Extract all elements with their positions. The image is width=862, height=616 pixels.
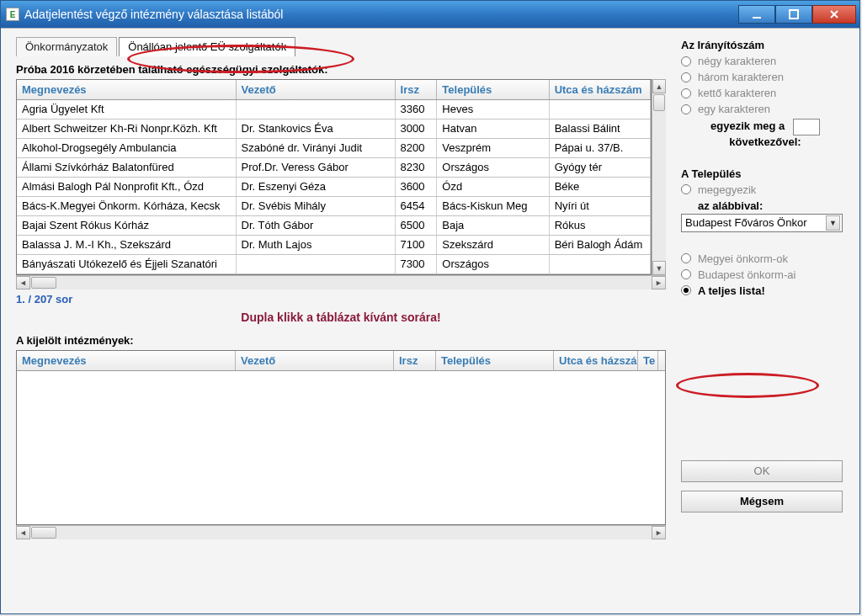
col-header-name[interactable]: Megnevezés <box>17 80 237 99</box>
radio-label: egy karakteren <box>698 103 770 115</box>
sel-col-header-name[interactable]: Megnevezés <box>17 351 236 370</box>
maximize-button[interactable] <box>775 5 812 24</box>
town-dropdown[interactable]: Budapest Főváros Önkor ▼ <box>681 214 843 232</box>
cancel-button[interactable]: Mégsem <box>681 491 843 512</box>
providers-grid[interactable]: Megnevezés Vezető Irsz Település Utca és… <box>16 79 652 275</box>
client-area: Önkormányzatok Önállóan jelentő EÜ szolg… <box>1 28 859 613</box>
cell-lead: Prof.Dr. Veress Gábor <box>237 158 396 177</box>
sel-scroll-left-icon[interactable]: ◄ <box>16 526 30 539</box>
chevron-down-icon[interactable]: ▼ <box>826 215 840 231</box>
table-row[interactable]: Bányászati Utókezelő és Éjjeli Szanatóri… <box>17 255 651 274</box>
radio-label: megegyezik <box>698 183 756 196</box>
radio-label: négy karakteren <box>698 55 776 67</box>
radio-zip-2[interactable]: kettő karakteren <box>681 87 849 99</box>
cell-zip: 7100 <box>396 236 438 254</box>
scroll-up-icon[interactable]: ▲ <box>652 79 666 93</box>
table-row[interactable]: Albert Schweitzer Kh-Ri Nonpr.Közh. KftD… <box>17 119 651 139</box>
sel-hscroll-track[interactable] <box>30 526 652 539</box>
sel-col-header-town[interactable]: Település <box>436 351 554 370</box>
table-row[interactable]: Állami Szívkórház BalatonfüredProf.Dr. V… <box>17 158 651 178</box>
radio-label: Megyei önkorm-ok <box>698 252 788 265</box>
cell-town: Heves <box>437 100 549 119</box>
sel-hscroll-thumb[interactable] <box>31 527 56 539</box>
scroll-down-icon[interactable]: ▼ <box>652 261 666 275</box>
providers-grid-body: Agria Ügyelet Kft3360HevesAlbert Schweit… <box>17 100 651 274</box>
svg-rect-1 <box>790 10 798 19</box>
radio-zip-3[interactable]: három karakteren <box>681 71 849 83</box>
zip-group-title: Az Irányítószám <box>681 39 849 51</box>
cell-zip: 3000 <box>396 119 438 138</box>
cell-street: Balassi Bálint <box>550 119 651 138</box>
col-header-lead[interactable]: Vezető <box>237 80 396 99</box>
cell-lead: Dr. Muth Lajos <box>237 236 396 254</box>
cell-town: Hatvan <box>437 119 549 138</box>
cell-lead: Dr. Svébis Mihály <box>237 197 396 215</box>
radio-town-match[interactable]: megegyezik <box>681 183 849 196</box>
cell-town: Szekszárd <box>437 236 549 254</box>
table-row[interactable]: Bács-K.Megyei Önkorm. Kórháza, KecskDr. … <box>17 197 651 216</box>
cell-name: Almási Balogh Pál Nonprofit Kft., Ózd <box>17 178 237 196</box>
double-click-hint: Dupla klikk a táblázat kívánt sorára! <box>16 311 666 324</box>
dialog-window: E Adatjelentést végző intézmény választá… <box>0 0 860 614</box>
cell-town: Veszprém <box>437 139 549 157</box>
cell-town: Országos <box>437 255 549 273</box>
selected-hscrollbar[interactable]: ◄ ► <box>16 525 666 539</box>
table-row[interactable]: Agria Ügyelet Kft3360Heves <box>17 100 651 119</box>
radio-label: A teljes lista! <box>698 284 765 297</box>
radio-icon <box>681 253 691 263</box>
col-header-town[interactable]: Település <box>437 80 549 99</box>
scroll-thumb[interactable] <box>653 94 665 111</box>
providers-grid-wrap: Megnevezés Vezető Irsz Település Utca és… <box>16 79 666 275</box>
providers-hscrollbar[interactable]: ◄ ► <box>16 275 666 289</box>
table-row[interactable]: Alkohol-Drogsegély AmbulanciaSzabóné dr.… <box>17 139 651 158</box>
app-icon: E <box>6 8 19 21</box>
town-group-title: A Település <box>681 167 849 180</box>
sel-col-header-zip[interactable]: Irsz <box>394 351 436 370</box>
close-button[interactable] <box>812 5 856 24</box>
radio-label: kettő karakteren <box>698 87 776 99</box>
selected-grid[interactable]: Megnevezés Vezető Irsz Település Utca és… <box>16 350 666 525</box>
radio-zip-4[interactable]: négy karakteren <box>681 55 849 67</box>
radio-zip-1[interactable]: egy karakteren <box>681 103 849 115</box>
hscroll-thumb[interactable] <box>31 277 56 289</box>
minimize-button[interactable] <box>738 5 775 24</box>
cell-name: Alkohol-Drogsegély Ambulancia <box>17 139 237 157</box>
ok-button[interactable]: OK <box>681 460 843 482</box>
zip-match-input[interactable] <box>793 119 820 135</box>
left-pane: Önkormányzatok Önállóan jelentő EÜ szolg… <box>16 37 666 605</box>
col-header-street[interactable]: Utca és házszám <box>550 80 651 99</box>
tab-eu-szolgaltatok[interactable]: Önállóan jelentő EÜ szolgáltatók <box>119 37 295 56</box>
cell-lead: Dr. Stankovics Éva <box>237 119 396 138</box>
table-row[interactable]: Balassa J. M.-I Kh., SzekszárdDr. Muth L… <box>17 236 651 255</box>
radio-budapest[interactable]: Budapest önkorm-ai <box>681 268 849 281</box>
scroll-right-icon[interactable]: ► <box>652 276 666 289</box>
cell-town: Országos <box>437 158 549 177</box>
col-header-zip[interactable]: Irsz <box>396 80 438 99</box>
radio-all-list[interactable]: A teljes lista! <box>681 284 849 297</box>
cell-zip: 3360 <box>396 100 438 119</box>
cell-lead: Dr. Tóth Gábor <box>237 216 396 235</box>
table-row[interactable]: Bajai Szent Rókus KórházDr. Tóth Gábor65… <box>17 216 651 236</box>
cell-name: Balassa J. M.-I Kh., Szekszárd <box>17 236 237 254</box>
sel-col-header-street[interactable]: Utca és házszám <box>554 351 638 370</box>
sel-col-header-te[interactable]: Te <box>638 351 658 370</box>
providers-vscrollbar[interactable]: ▲ ▼ <box>652 79 666 275</box>
window-buttons <box>738 5 856 24</box>
sel-scroll-right-icon[interactable]: ► <box>652 526 666 539</box>
tab-onkormanyzatok[interactable]: Önkormányzatok <box>16 37 117 56</box>
scroll-left-icon[interactable]: ◄ <box>16 276 30 289</box>
tab-row: Önkormányzatok Önállóan jelentő EÜ szolg… <box>16 37 666 56</box>
hscroll-track[interactable] <box>30 276 652 289</box>
cell-town: Baja <box>437 216 549 235</box>
titlebar: E Adatjelentést végző intézmény választá… <box>1 1 859 28</box>
window-title: Adatjelentést végző intézmény választása… <box>24 8 738 21</box>
radio-megyei[interactable]: Megyei önkorm-ok <box>681 252 849 265</box>
cell-lead: Szabóné dr. Virányi Judit <box>237 139 396 157</box>
right-pane: Az Irányítószám négy karakteren három ka… <box>666 37 849 605</box>
cell-name: Albert Schweitzer Kh-Ri Nonpr.Közh. Kft <box>17 119 237 138</box>
radio-icon <box>681 56 691 66</box>
radio-label: Budapest önkorm-ai <box>698 268 795 281</box>
sel-col-header-lead[interactable]: Vezető <box>236 351 394 370</box>
match-label: egyezik meg a következővel: <box>681 119 849 149</box>
table-row[interactable]: Almási Balogh Pál Nonprofit Kft., ÓzdDr.… <box>17 178 651 197</box>
